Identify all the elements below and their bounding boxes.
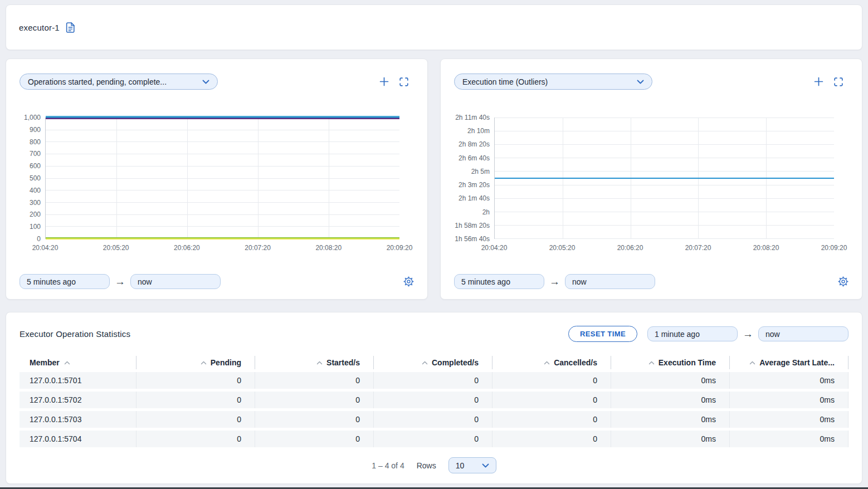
gridline [495, 171, 834, 172]
column-header-completed-s[interactable]: Completed/s [374, 356, 492, 369]
cell-execution-time: 0ms [611, 411, 730, 428]
cell-started-s: 0 [255, 372, 374, 389]
table-row[interactable]: 127.0.0.1:570100000ms0ms [19, 372, 849, 389]
gridline [495, 158, 834, 158]
cell-pending: 0 [136, 411, 255, 428]
gridline [495, 225, 834, 226]
operations-chart: 1,0009008007006005004003002001000 20:04:… [19, 118, 414, 254]
pagination: 1 – 4 of 4 Rows 10 [19, 457, 849, 476]
x-axis: 20:04:2020:05:2020:06:2020:07:2020:08:20… [494, 244, 834, 254]
x-tick-label: 20:08:20 [315, 244, 342, 252]
column-label: Started/s [326, 358, 360, 367]
add-chart-icon[interactable] [379, 77, 389, 86]
table-time-to-input[interactable] [758, 326, 849, 341]
column-label: Average Start Late... [759, 358, 835, 367]
time-from-input[interactable] [19, 274, 110, 289]
statistics-table: MemberPendingStarted/sCompleted/sCancell… [19, 353, 849, 450]
add-chart-icon[interactable] [814, 77, 823, 86]
panel-actions [379, 77, 414, 86]
chevron-down-icon [637, 80, 644, 84]
y-tick-label: 200 [30, 211, 41, 218]
y-tick-label: 0 [37, 235, 41, 243]
column-label: Cancelled/s [554, 358, 597, 367]
plot-area [45, 118, 399, 239]
sort-caret-icon [64, 361, 70, 365]
x-tick-label: 20:09:20 [387, 244, 413, 252]
y-tick-label: 600 [30, 162, 41, 170]
panel-toolbar: Execution time (Outliers) [454, 74, 849, 90]
table-row[interactable]: 127.0.0.1:570200000ms0ms [19, 392, 849, 408]
gridline [495, 198, 834, 199]
gridline [46, 141, 399, 142]
time-from-input[interactable] [454, 274, 544, 289]
cell-average-start-late: 0ms [730, 431, 849, 447]
charts-row: Operations started, pending, complete...… [6, 58, 862, 300]
column-header-execution-time[interactable]: Execution Time [611, 356, 730, 369]
cell-member: 127.0.0.1:5701 [19, 372, 136, 389]
cell-started-s: 0 [255, 411, 374, 428]
rows-per-page-select[interactable]: 10 [448, 457, 496, 473]
x-axis: 20:04:2020:05:2020:06:2020:07:2020:08:20… [45, 244, 399, 254]
gridline [495, 238, 834, 239]
arrow-right-icon: → [743, 329, 753, 339]
gridline [46, 178, 399, 179]
rows-per-page-value: 10 [456, 461, 465, 470]
panel-actions [814, 77, 849, 86]
metric-selector-dropdown[interactable]: Execution time (Outliers) [454, 74, 652, 90]
execution-time-chart-panel: Execution time (Outliers) 2h 11m 40s2h 1… [440, 58, 862, 300]
gridline [46, 166, 399, 167]
cell-cancelled-s: 0 [492, 372, 611, 389]
column-header-member[interactable]: Member [19, 356, 136, 369]
y-tick-label: 1,000 [24, 114, 41, 121]
fullscreen-icon[interactable] [399, 77, 408, 86]
cell-execution-time: 0ms [611, 392, 730, 408]
y-tick-label: 2h 5m [471, 168, 490, 175]
y-tick-label: 800 [30, 138, 41, 146]
plot-area [494, 118, 834, 239]
y-axis: 2h 11m 40s2h 10m2h 8m 20s2h 6m 40s2h 5m2… [454, 118, 494, 239]
y-tick-label: 2h 1m 40s [459, 194, 490, 202]
y-tick-label: 100 [30, 223, 41, 231]
table-row[interactable]: 127.0.0.1:570400000ms0ms [19, 431, 849, 447]
cell-pending: 0 [136, 372, 255, 389]
table-row[interactable]: 127.0.0.1:570300000ms0ms [19, 411, 849, 428]
execution-time-chart: 2h 11m 40s2h 10m2h 8m 20s2h 6m 40s2h 5m2… [454, 118, 849, 254]
table-time-from-input[interactable] [647, 326, 738, 341]
series-line-operations-purple [46, 118, 399, 119]
column-label: Completed/s [432, 358, 479, 367]
settings-gear-icon[interactable] [403, 276, 414, 287]
time-to-input[interactable] [565, 274, 655, 289]
gridline [495, 185, 834, 185]
series-line-execution-time [495, 178, 834, 179]
column-label: Member [30, 358, 60, 367]
x-tick-label: 20:07:20 [685, 244, 711, 252]
x-tick-label: 20:08:20 [753, 244, 779, 252]
metric-selector-dropdown[interactable]: Operations started, pending, complete... [19, 74, 218, 90]
cell-average-start-late: 0ms [730, 411, 849, 428]
fullscreen-icon[interactable] [834, 77, 843, 86]
metric-selector-label: Operations started, pending, complete... [28, 77, 167, 86]
column-header-started-s[interactable]: Started/s [255, 356, 374, 369]
cell-cancelled-s: 0 [492, 411, 611, 428]
x-tick-label: 20:06:20 [174, 244, 200, 252]
settings-gear-icon[interactable] [838, 276, 849, 287]
column-header-cancelled-s[interactable]: Cancelled/s [492, 356, 611, 369]
gridline [46, 130, 399, 130]
cell-pending: 0 [136, 431, 255, 447]
column-header-pending[interactable]: Pending [136, 356, 255, 369]
y-tick-label: 2h 8m 20s [459, 140, 490, 148]
cell-member: 127.0.0.1:5704 [19, 431, 136, 447]
y-tick-label: 1h 56m 40s [455, 235, 490, 243]
document-icon[interactable] [66, 22, 75, 33]
reset-time-button[interactable]: RESET TIME [568, 326, 637, 342]
cell-average-start-late: 0ms [730, 372, 849, 389]
gridline [495, 131, 834, 131]
column-header-average-start-late[interactable]: Average Start Late... [730, 356, 849, 369]
column-label: Execution Time [659, 358, 716, 367]
gridline [116, 118, 117, 238]
cell-completed-s: 0 [374, 431, 492, 447]
time-to-input[interactable] [130, 274, 221, 289]
cell-completed-s: 0 [374, 372, 492, 389]
page-title: executor-1 [19, 23, 60, 32]
y-tick-label: 300 [30, 199, 41, 207]
